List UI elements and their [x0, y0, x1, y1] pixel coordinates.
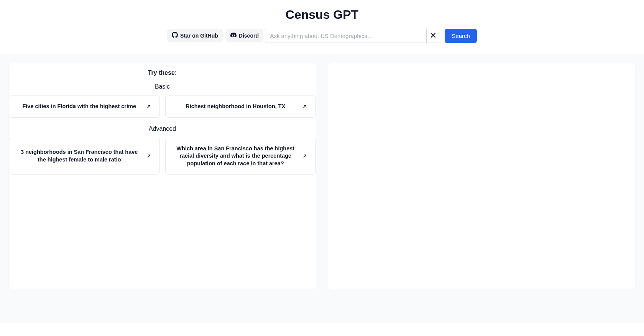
example-card-advanced-1[interactable]: Which area in San Francisco has the high… — [165, 138, 316, 175]
advanced-cards-row: 3 neighborhoods in San Francisco that ha… — [9, 138, 316, 175]
results-panel — [328, 63, 636, 289]
clear-button[interactable] — [426, 29, 440, 43]
discord-label: Discord — [239, 33, 259, 39]
example-card-advanced-0[interactable]: 3 neighborhoods in San Francisco that ha… — [9, 138, 160, 175]
main-grid: Try these: Basic Five cities in Florida … — [8, 63, 636, 289]
section-label-advanced: Advanced — [9, 125, 316, 132]
try-title: Try these: — [9, 69, 316, 76]
search-row: Search — [265, 29, 477, 43]
github-label: Star on GitHub — [180, 33, 218, 39]
search-input[interactable] — [265, 29, 426, 43]
search-button[interactable]: Search — [445, 29, 477, 43]
github-button[interactable]: Star on GitHub — [167, 29, 223, 42]
close-icon — [431, 33, 435, 39]
search-group — [265, 29, 440, 43]
page-title: Census GPT — [0, 8, 644, 22]
content-area: Try these: Basic Five cities in Florida … — [0, 54, 644, 323]
example-text: Which area in San Francisco has the high… — [174, 145, 297, 168]
arrow-up-right-icon — [302, 153, 308, 159]
arrow-up-right-icon — [146, 104, 152, 110]
arrow-up-right-icon — [302, 104, 308, 110]
example-card-basic-0[interactable]: Five cities in Florida with the highest … — [9, 96, 160, 118]
header: Census GPT Star on GitHub Discord Search — [0, 0, 644, 54]
arrow-up-right-icon — [146, 153, 152, 159]
example-text: 3 neighborhoods in San Francisco that ha… — [18, 148, 141, 163]
example-card-basic-1[interactable]: Richest neighborhood in Houston, TX — [165, 96, 316, 118]
basic-cards-row: Five cities in Florida with the highest … — [9, 96, 316, 118]
discord-button[interactable]: Discord — [226, 29, 263, 42]
social-buttons: Star on GitHub Discord — [167, 29, 263, 42]
discord-icon — [230, 32, 237, 39]
github-icon — [172, 32, 178, 39]
example-text: Five cities in Florida with the highest … — [22, 103, 136, 110]
examples-panel: Try these: Basic Five cities in Florida … — [8, 63, 316, 289]
section-label-basic: Basic — [9, 83, 316, 90]
example-text: Richest neighborhood in Houston, TX — [186, 103, 285, 110]
